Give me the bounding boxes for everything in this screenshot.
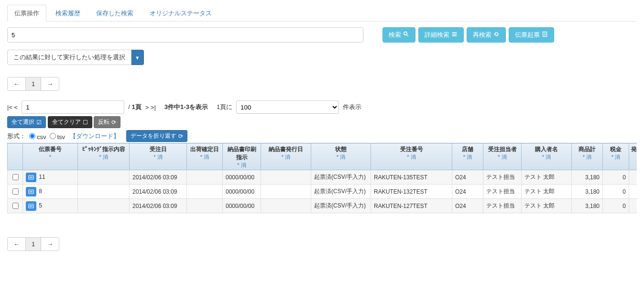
col-issue-date[interactable]: 納品書発行日* 消: [261, 143, 311, 170]
row-checkbox[interactable]: [12, 174, 19, 180]
search-icon: [403, 31, 409, 39]
page-next-button[interactable]: →: [41, 237, 59, 251]
select-all-button[interactable]: 全て選択 ☑: [7, 116, 46, 128]
cell-staff: テスト担当: [483, 199, 522, 213]
format-csv-radio[interactable]: csv: [27, 131, 46, 141]
per-page-suffix: 件表示: [343, 103, 361, 111]
results-table-wrap: 伝票番号* ﾋﾟｯｷﾝｸﾞ指示内容* 消 受注日* 消 出荷確定日* 消 納品書…: [7, 143, 637, 213]
row-checkbox[interactable]: [12, 203, 19, 209]
chevron-down-icon: ▾: [136, 54, 139, 61]
refresh-icon: ⟳: [178, 133, 183, 140]
col-state[interactable]: 状態* 消: [311, 143, 371, 170]
col-staff[interactable]: 受注担当者* 消: [483, 143, 522, 170]
uncheck-icon: ☐: [83, 119, 88, 126]
cell-extra: [629, 185, 637, 199]
cell-picking: [78, 170, 130, 185]
table-row: 112014/02/06 03:090000/00/00起票済(CSV/手入力)…: [8, 170, 637, 185]
issue-slip-button[interactable]: 伝票起票: [509, 27, 554, 43]
row-checkbox[interactable]: [12, 188, 19, 195]
slip-no-text: 8: [39, 188, 42, 195]
cell-order-no: RAKUTEN-132TEST: [371, 185, 452, 199]
col-extra[interactable]: 発: [629, 143, 637, 170]
cell-extra: [629, 170, 637, 185]
action-select-button[interactable]: この結果に対して実行したい処理を選択: [7, 50, 131, 65]
page-last-link[interactable]: > >|: [145, 104, 156, 111]
col-check: [8, 143, 23, 170]
refresh-icon: [493, 31, 500, 39]
tab-original-status[interactable]: オリジナルステータス: [142, 5, 219, 22]
slip-icon[interactable]: [26, 173, 36, 182]
research-button[interactable]: 再検索: [467, 27, 506, 43]
cell-print-mark: 0000/00/00: [223, 199, 261, 213]
cell-issue-date: [261, 199, 311, 213]
svg-rect-0: [452, 32, 457, 33]
cell-buyer: テスト 太郎: [522, 185, 572, 199]
refresh-icon: ⟳: [111, 119, 116, 126]
slip-icon[interactable]: [26, 187, 36, 197]
cell-tax: 0: [603, 170, 629, 185]
page-current[interactable]: 1: [25, 77, 41, 91]
page-next-button[interactable]: →: [41, 77, 59, 91]
clear-all-button[interactable]: 全てクリア ☐: [48, 116, 92, 128]
page-current[interactable]: 1: [25, 237, 41, 251]
cell-picking: [78, 185, 130, 199]
col-buyer[interactable]: 購入者名* 消: [522, 143, 572, 170]
pagination-bottom: ← 1 →: [7, 237, 59, 251]
slip-icon[interactable]: [26, 201, 36, 211]
issue-slip-label: 伝票起票: [515, 31, 540, 39]
page-prev-button[interactable]: ←: [7, 237, 26, 251]
cell-order-date: 2014/02/06 03:09: [130, 199, 187, 213]
cell-ship-date: [187, 185, 223, 199]
action-caret-button[interactable]: ▾: [131, 50, 144, 65]
page-size-select[interactable]: 100: [236, 100, 339, 114]
search-input[interactable]: [7, 27, 363, 43]
advanced-search-label: 詳細検索: [425, 31, 449, 39]
page-first-link[interactable]: |< <: [7, 104, 18, 111]
cell-ship-date: [187, 199, 223, 213]
tab-slip-operation[interactable]: 伝票操作: [7, 5, 46, 22]
svg-rect-2: [452, 35, 457, 36]
selection-row: 全て選択 ☑ 全てクリア ☐ 反転 ⟳: [7, 116, 637, 128]
per-page-prefix: 1頁に: [217, 103, 232, 111]
cell-slip-no: 11: [23, 170, 78, 185]
col-slip-no[interactable]: 伝票番号*: [23, 143, 78, 170]
cell-print-mark: 0000/00/00: [223, 185, 261, 199]
download-link[interactable]: 【ダウンロード】: [70, 132, 120, 141]
search-row: 検索 詳細検索 再検索 伝票起票: [7, 27, 637, 43]
advanced-search-button[interactable]: 詳細検索: [418, 27, 464, 43]
page-number-input[interactable]: [22, 100, 124, 114]
cell-order-date: 2014/02/06 03:09: [130, 185, 187, 199]
col-order-date[interactable]: 受注日* 消: [130, 143, 187, 170]
cell-state: 起票済(CSV/手入力): [311, 185, 371, 199]
col-picking[interactable]: ﾋﾟｯｷﾝｸﾞ指示内容* 消: [78, 143, 130, 170]
page-controls: |< < / 1頁 > >| 3件中1-3を表示 1頁に 100 件表示: [7, 100, 637, 114]
format-row: 形式： csv tsv 【ダウンロード】 データを折り返す ⟳: [7, 130, 637, 142]
pagination-top: ← 1 →: [7, 77, 59, 91]
cell-slip-no: 5: [23, 199, 78, 213]
col-print-mark[interactable]: 納品書印刷指示* 消: [223, 143, 261, 170]
cell-order-no: RAKUTEN-127TEST: [371, 199, 452, 213]
format-tsv-radio[interactable]: tsv: [47, 131, 65, 141]
invert-button[interactable]: 反転 ⟳: [94, 116, 120, 128]
col-ship-date[interactable]: 出荷確定日* 消: [187, 143, 223, 170]
col-shop[interactable]: 店舗* 消: [452, 143, 483, 170]
cell-shop: O24: [452, 185, 483, 199]
list-icon: [451, 31, 458, 39]
page-prev-button[interactable]: ←: [7, 77, 26, 91]
cell-print-mark: 0000/00/00: [223, 170, 261, 185]
slip-no-text: 5: [39, 202, 42, 209]
cell-shop: O24: [452, 170, 483, 185]
col-order-no[interactable]: 受注番号* 消: [371, 143, 452, 170]
cell-order-no: RAKUTEN-135TEST: [371, 170, 452, 185]
tab-saved-search[interactable]: 保存した検索: [89, 5, 141, 22]
cell-buyer: テスト 太郎: [522, 199, 572, 213]
tab-search-history[interactable]: 検索履歴: [48, 5, 87, 22]
cell-item-total: 3,180: [572, 185, 603, 199]
cell-item-total: 3,180: [572, 199, 603, 213]
tab-bar: 伝票操作 検索履歴 保存した検索 オリジナルステータス: [7, 5, 637, 22]
wrap-data-button[interactable]: データを折り返す ⟳: [126, 130, 187, 142]
search-button[interactable]: 検索: [382, 27, 415, 43]
col-tax[interactable]: 税金* 消: [603, 143, 629, 170]
slip-no-text: 11: [39, 174, 45, 180]
col-item-total[interactable]: 商品計* 消: [572, 143, 603, 170]
